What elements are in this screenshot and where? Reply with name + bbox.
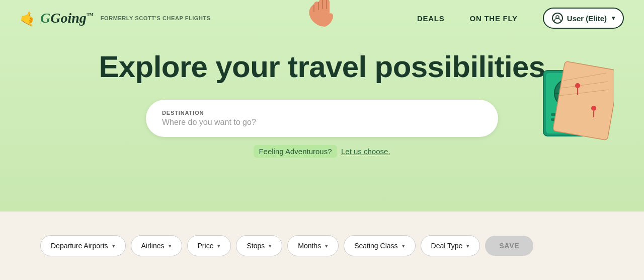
deals-nav-link[interactable]: DEALS bbox=[417, 14, 445, 23]
destination-search-box[interactable]: DESTINATION Where do you want to go? bbox=[146, 100, 498, 137]
deal-type-label: Deal Type bbox=[431, 242, 463, 250]
header: 🤙 GGoing™ FORMERLY SCOTT'S CHEAP FLIGHTS… bbox=[0, 0, 644, 36]
destination-input[interactable]: Where do you want to go? bbox=[162, 118, 482, 127]
svg-point-14 bbox=[591, 106, 596, 111]
deal-type-filter[interactable]: Deal Type ▾ bbox=[421, 235, 480, 256]
hero-title: Explore your travel possibilities bbox=[96, 50, 548, 84]
seating-class-filter[interactable]: Seating Class ▾ bbox=[344, 235, 415, 256]
seating-class-label: Seating Class bbox=[354, 242, 397, 250]
stops-chevron-icon: ▾ bbox=[269, 243, 272, 249]
months-label: Months bbox=[298, 242, 321, 250]
price-label: Price bbox=[198, 242, 214, 250]
departure-airports-filter[interactable]: Departure Airports ▾ bbox=[40, 235, 126, 256]
on-the-fly-nav-link[interactable]: ON THE FLY bbox=[470, 14, 518, 23]
save-button[interactable]: SAVE bbox=[485, 236, 533, 256]
seating-class-chevron-icon: ▾ bbox=[402, 243, 405, 249]
logo: 🤙 GGoing™ bbox=[20, 10, 94, 26]
user-chevron-icon: ▾ bbox=[612, 15, 615, 22]
deal-type-chevron-icon: ▾ bbox=[466, 243, 469, 249]
stops-filter[interactable]: Stops ▾ bbox=[236, 235, 282, 256]
formerly-label: FORMERLY SCOTT'S CHEAP FLIGHTS bbox=[101, 15, 211, 21]
price-filter[interactable]: Price ▾ bbox=[187, 235, 231, 256]
svg-point-13 bbox=[575, 83, 580, 88]
filters-row: Departure Airports ▾ Airlines ▾ Price ▾ … bbox=[40, 235, 533, 256]
main-nav: DEALS ON THE FLY User (Elite) ▾ bbox=[417, 8, 624, 29]
airlines-chevron-icon: ▾ bbox=[169, 243, 172, 249]
user-icon bbox=[552, 13, 563, 24]
adventure-prompt: Feeling Adventurous? Let us choose. bbox=[96, 147, 548, 156]
departure-airports-chevron-icon: ▾ bbox=[112, 243, 115, 249]
departure-airports-label: Departure Airports bbox=[51, 242, 108, 250]
destination-label: DESTINATION bbox=[162, 110, 482, 116]
months-filter[interactable]: Months ▾ bbox=[287, 235, 339, 256]
months-chevron-icon: ▾ bbox=[325, 243, 328, 249]
let-us-choose-link[interactable]: Let us choose. bbox=[341, 147, 390, 156]
user-menu-button[interactable]: User (Elite) ▾ bbox=[543, 8, 624, 29]
map-illustration bbox=[533, 60, 614, 151]
logo-hand-icon: 🤙 bbox=[19, 9, 38, 28]
filter-section: Departure Airports ▾ Airlines ▾ Price ▾ … bbox=[0, 212, 644, 280]
header-left: 🤙 GGoing™ FORMERLY SCOTT'S CHEAP FLIGHTS bbox=[20, 10, 211, 26]
feeling-adventurous-text: Feeling Adventurous? bbox=[254, 145, 337, 158]
airlines-filter[interactable]: Airlines ▾ bbox=[131, 235, 182, 256]
stops-label: Stops bbox=[247, 242, 265, 250]
price-chevron-icon: ▾ bbox=[217, 243, 220, 249]
airlines-label: Airlines bbox=[141, 242, 165, 250]
logo-text: GGoing™ bbox=[40, 10, 94, 26]
user-label: User (Elite) bbox=[567, 14, 607, 23]
